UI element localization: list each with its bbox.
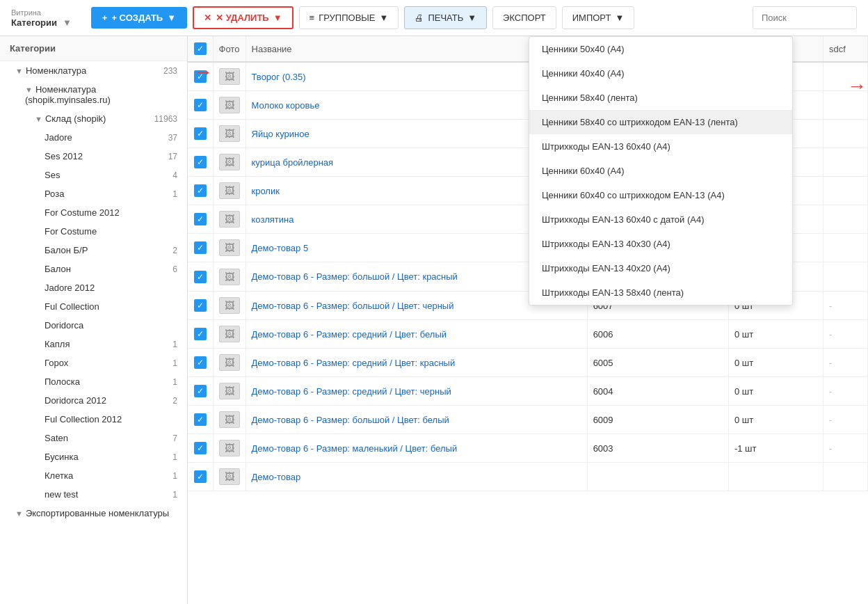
row-name[interactable]: Демо-товар 6 - Размер: средний / Цвет: б… [246,320,587,349]
row-checkbox[interactable] [188,120,213,148]
row-checkbox[interactable] [188,148,213,177]
row-name[interactable]: Демо-товар 6 - Размер: маленький / Цвет:… [246,434,587,463]
header-photo: Фото [213,36,246,62]
row-extra: - [823,377,867,406]
row-checkbox[interactable] [188,463,213,491]
table-row: 🖼 Демо-товар [188,463,868,491]
sidebar-item-poloska[interactable]: Полоска 1 [0,372,187,391]
print-option-1[interactable]: Ценники 50x40 (А4) [529,37,792,61]
sidebar-item-forcostume2012[interactable]: For Costume 2012 [0,203,187,222]
sidebar-item-nomenclature[interactable]: ▼Номенклатура 233 [0,61,187,80]
row-extra [823,62,867,91]
print-option-6[interactable]: Ценники 60x40 (А4) [529,159,792,183]
sidebar-item-ful[interactable]: Ful Collection [0,297,187,316]
print-option-8[interactable]: Штрихкоды EAN-13 60x40 с датой (А4) [529,207,792,232]
create-button[interactable]: + + СОЗДАТЬ ▼ [91,7,187,29]
print-option-2[interactable]: Ценники 40x40 (А4) [529,61,792,86]
header-sdcf: sdcf [823,36,867,62]
row-extra [823,91,867,120]
sidebar-item-ses2012[interactable]: Ses 2012 17 [0,147,187,166]
print-option-11[interactable]: Штрихкоды EAN-13 58x40 (лента) [529,280,792,305]
sidebar-item-ful2012[interactable]: Ful Collection 2012 [0,410,187,429]
top-bar: Витрина Категории ▼ + + СОЗДАТЬ ▼ ✕ ✕ УД… [0,0,868,36]
select-all-checkbox[interactable] [194,42,207,55]
row-extra: - [823,292,867,320]
print-option-3[interactable]: Ценники 58x40 (лента) [529,86,792,110]
row-name[interactable]: Демо-товар [246,463,587,491]
row-photo: 🖼 [213,205,246,234]
row-photo: 🖼 [213,320,246,349]
print-option-9[interactable]: Штрихкоды EAN-13 40x30 (А4) [529,232,792,256]
row-article: 6003 [587,434,728,463]
row-extra [823,205,867,234]
row-checkbox[interactable] [188,320,213,349]
sidebar-item-kaplya[interactable]: Капля 1 [0,335,187,353]
sidebar-item-goroh[interactable]: Горох 1 [0,353,187,372]
export-button[interactable]: ЭКСПОРТ [492,6,556,29]
sidebar-item-nomenclature-shopik[interactable]: ▼Номенклатура(shopik.myinsales.ru) [0,80,187,109]
row-photo: 🖼 [213,62,246,91]
row-checkbox[interactable] [188,377,213,406]
row-checkbox[interactable] [188,177,213,205]
row-photo: 🖼 [213,377,246,406]
sidebar-item-kletka[interactable]: Клетка 1 [0,466,187,485]
row-photo: 🖼 [213,349,246,377]
row-qty: 0 шт [728,320,823,349]
row-name[interactable]: Демо-товар 6 - Размер: средний / Цвет: ч… [246,377,587,406]
delete-button[interactable]: ✕ ✕ УДАЛИТЬ ▼ [193,6,293,29]
row-checkbox[interactable] [188,406,213,434]
row-extra: - [823,406,867,434]
chevron-down-icon: ▼ [273,13,282,23]
sidebar-item-jadore[interactable]: Jadore 37 [0,128,187,147]
print-option-7[interactable]: Ценники 60x40 со штрихкодом EAN-13 (А4) [529,183,792,207]
sidebar-item-balonbr[interactable]: Балон Б/Р 2 [0,241,187,260]
row-checkbox[interactable] [188,434,213,463]
row-photo: 🖼 [213,91,246,120]
sidebar-item-doridorca[interactable]: Doridorca [0,316,187,335]
x-icon: ✕ [204,13,211,23]
row-checkbox[interactable] [188,292,213,320]
sidebar-item-jadore2012[interactable]: Jadore 2012 [0,278,187,297]
print-option-4[interactable]: Ценники 58x40 со штрихкодом EAN-13 (лент… [529,110,792,134]
row-checkbox[interactable] [188,91,213,120]
row-extra [823,177,867,205]
sidebar-item-ses[interactable]: Ses 4 [0,166,187,184]
row-checkbox[interactable] [188,205,213,234]
sidebar-item-sklad[interactable]: ▼Склад (shopik) 11963 [0,109,187,128]
print-button[interactable]: 🖨 ПЕЧАТЬ ▼ [404,6,487,29]
row-qty: -1 шт [728,434,823,463]
group-button[interactable]: ≡ ГРУППОВЫЕ ▼ [299,6,399,29]
table-row: 🖼 Демо-товар 6 - Размер: большой / Цвет:… [188,406,868,434]
row-photo: 🖼 [213,262,246,292]
table-row: 🖼 Демо-товар 6 - Размер: средний / Цвет:… [188,377,868,406]
row-name[interactable]: Демо-товар 6 - Размер: средний / Цвет: к… [246,349,587,377]
sidebar-item-businka[interactable]: Бусинка 1 [0,447,187,466]
row-checkbox[interactable] [188,234,213,262]
row-extra: - [823,434,867,463]
row-checkbox[interactable] [188,349,213,377]
sidebar-item-balon[interactable]: Балон 6 [0,260,187,278]
row-photo: 🖼 [213,120,246,148]
sidebar-item-newtest[interactable]: new test 1 [0,485,187,504]
vitrina-name: Категории ▼ [11,17,72,28]
print-option-5[interactable]: Штрихкоды EAN-13 60x40 (А4) [529,134,792,159]
row-qty [728,463,823,491]
sidebar-item-exported[interactable]: ▼Экспортированные номенклатуры [0,504,187,523]
row-extra [823,262,867,292]
header-checkbox-cell[interactable] [188,36,213,62]
sidebar-header: Категории [0,36,187,61]
sidebar-item-saten[interactable]: Saten 7 [0,429,187,447]
print-option-10[interactable]: Штрихкоды EAN-13 40x20 (А4) [529,256,792,280]
sidebar-item-doridorca2012[interactable]: Doridorca 2012 2 [0,391,187,410]
import-button[interactable]: ИМПОРТ ▼ [562,6,635,29]
sidebar-item-roza[interactable]: Роза 1 [0,184,187,203]
row-photo: 🖼 [213,406,246,434]
row-name[interactable]: Демо-товар 6 - Размер: большой / Цвет: б… [246,406,587,434]
row-qty: 0 шт [728,349,823,377]
row-checkbox[interactable] [188,62,213,91]
search-input[interactable] [753,6,857,29]
row-photo: 🖼 [213,292,246,320]
sidebar-item-forcostume[interactable]: For Costume [0,222,187,241]
vitrina-select[interactable]: Витрина Категории ▼ [11,8,72,28]
row-checkbox[interactable] [188,262,213,292]
